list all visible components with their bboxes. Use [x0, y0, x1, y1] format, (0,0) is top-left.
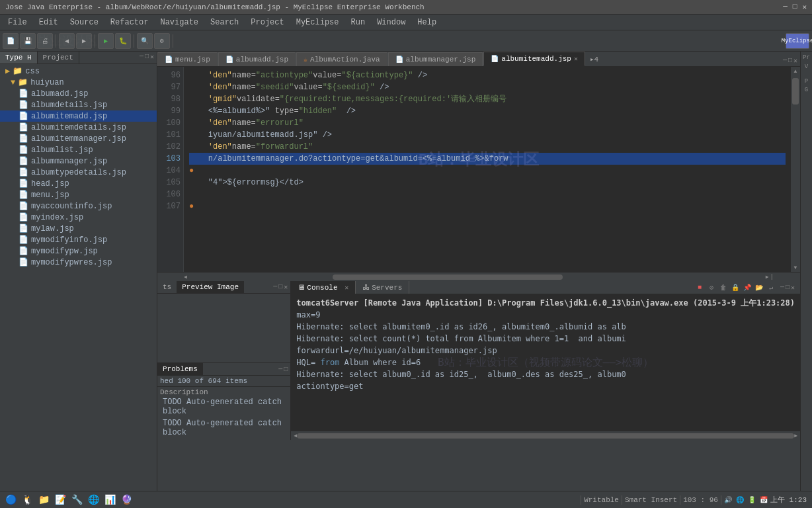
save-btn[interactable]: 💾	[20, 33, 36, 49]
tab-ts[interactable]: ts	[157, 281, 177, 293]
back-btn[interactable]: ◀	[59, 33, 75, 49]
tree-item-huiyuan[interactable]: ▼ 📁 huiyuan	[0, 77, 157, 88]
menu-window[interactable]: Window	[372, 17, 411, 28]
tab-overflow-btn[interactable]: ▸4	[586, 52, 602, 66]
tab-albumadd-jsp[interactable]: 📄albumadd.jsp	[218, 52, 296, 66]
tab-albumitemadd-jsp[interactable]: 📄albumitemadd.jsp ✕	[483, 52, 585, 66]
console-panel-max-icon[interactable]: □	[786, 284, 790, 292]
console-panel-close-icon[interactable]: ✕	[791, 284, 795, 292]
tab-albumaction-java[interactable]: ☕AlbumAction.java	[296, 52, 387, 66]
side-panel-icon-2[interactable]: V	[805, 64, 808, 70]
tree-item-menu[interactable]: 📄 menu.jsp	[0, 189, 157, 200]
panel-close-icon[interactable]: ✕	[150, 53, 154, 62]
console-h-scroll-thumb[interactable]	[297, 433, 794, 439]
console-panel-min-icon[interactable]: ─	[780, 284, 784, 292]
taskbar-icon-8[interactable]: 🔮	[121, 494, 132, 505]
tab-project[interactable]: Project	[38, 52, 79, 64]
debug-btn[interactable]: 🐛	[115, 33, 131, 49]
menu-project[interactable]: Project	[245, 17, 289, 28]
editor-tabs-bar: 📄menu.jsp 📄albumadd.jsp ☕AlbumAction.jav…	[157, 52, 800, 67]
print-btn[interactable]: 🖨	[37, 33, 53, 49]
menu-help[interactable]: Help	[412, 17, 442, 28]
tab-image-preview[interactable]: Preview Image	[177, 281, 244, 293]
console-h-scroll-right[interactable]: ▶	[794, 433, 797, 439]
menu-search[interactable]: Search	[205, 17, 244, 28]
tab-close-icon[interactable]: ✕	[574, 55, 578, 63]
scroll-down-btn[interactable]: ▼	[793, 263, 799, 272]
tree-item-myindex[interactable]: 📄 myindex.jsp	[0, 212, 157, 223]
editor-area[interactable]: B站：毕业设计区 96 97 98 99 100 101 102 103 104…	[157, 67, 800, 272]
stop-btn[interactable]: ■	[694, 282, 705, 293]
perspective-btn[interactable]: MyEclipse	[786, 33, 809, 49]
editor-panel-max-icon[interactable]: □	[788, 57, 792, 65]
bl-panel-min-icon[interactable]: ─	[273, 283, 277, 291]
tree-item-albumitemdetails[interactable]: 📄 albumitemdetails.jsp	[0, 122, 157, 133]
tab-type-hierarchy[interactable]: Type H	[0, 52, 38, 64]
tree-item-albumitemadd[interactable]: 📄 albumitemadd.jsp	[0, 110, 157, 122]
tree-item-myaccountinfo[interactable]: 📄 myaccountinfo.jsp	[0, 200, 157, 212]
menu-run[interactable]: Run	[346, 17, 371, 28]
taskbar-icon-3[interactable]: 📁	[38, 494, 50, 505]
prob-panel-min-icon[interactable]: ─	[278, 366, 282, 373]
panel-maximize-icon[interactable]: □	[145, 53, 149, 62]
h-scroll-right-btn[interactable]: ▶	[766, 274, 769, 280]
editor-panel-min-icon[interactable]: ─	[783, 57, 787, 65]
maximize-btn[interactable]: □	[793, 3, 797, 11]
tree-item-albumdetails[interactable]: 📄 albumdetails.jsp	[0, 99, 157, 110]
scroll-up-btn[interactable]: ▲	[793, 67, 799, 75]
search-btn[interactable]: 🔍	[137, 33, 153, 49]
menu-navigate[interactable]: Navigate	[155, 17, 204, 28]
editor-panel-close-icon[interactable]: ✕	[793, 57, 797, 65]
menu-refactor[interactable]: Refactor	[105, 17, 154, 28]
scroll-thumb[interactable]	[792, 78, 799, 105]
menu-bar: File Edit Source Refactor Navigate Searc…	[0, 15, 812, 30]
tree-item-albumitemmanager[interactable]: 📄 albumitemmanager.jsp	[0, 133, 157, 144]
tree-item-albummanager[interactable]: 📄 albummanager.jsp	[0, 155, 157, 167]
open-console-btn[interactable]: 📂	[754, 282, 764, 293]
minimize-btn[interactable]: ─	[783, 3, 788, 11]
tab-menu-jsp[interactable]: 📄menu.jsp	[157, 52, 218, 66]
tab-problems[interactable]: Problems	[157, 363, 203, 375]
forward-btn[interactable]: ▶	[76, 33, 92, 49]
taskbar-icon-5[interactable]: 🔧	[71, 494, 83, 505]
tree-item-mymodifypwres[interactable]: 📄 mymodifypwres.jsp	[0, 257, 157, 268]
console-tab-close-icon[interactable]: ✕	[345, 284, 348, 292]
prob-panel-max-icon[interactable]: □	[284, 366, 288, 373]
word-wrap-btn[interactable]: ↵	[766, 282, 776, 293]
bl-panel-close-icon[interactable]: ✕	[284, 283, 288, 291]
taskbar-icon-1[interactable]: 🔵	[5, 494, 17, 505]
close-btn[interactable]: ✕	[802, 3, 807, 11]
tab-console[interactable]: 🖥Console ✕	[291, 281, 356, 294]
tree-item-css[interactable]: ▶ 📁 css	[0, 65, 157, 77]
tree-item-albumlist[interactable]: 📄 albumlist.jsp	[0, 144, 157, 155]
menu-file[interactable]: File	[3, 17, 32, 28]
pin-btn[interactable]: 📌	[742, 282, 752, 293]
scroll-lock-btn[interactable]: 🔒	[730, 282, 741, 293]
tree-item-mylaw[interactable]: 📄 mylaw.jsp	[0, 223, 157, 234]
settings-btn[interactable]: ⚙	[154, 33, 170, 49]
taskbar-icon-7[interactable]: 📊	[104, 494, 116, 505]
taskbar-icon-2[interactable]: 🐧	[22, 494, 33, 505]
tree-item-mymodifypw[interactable]: 📄 mymodifypw.jsp	[0, 245, 157, 257]
bl-panel-max-icon[interactable]: □	[278, 283, 282, 291]
menu-source[interactable]: Source	[65, 17, 104, 28]
disconnect-btn[interactable]: ⊘	[706, 282, 717, 293]
panel-minimize-icon[interactable]: ─	[140, 53, 143, 62]
tree-item-mymodifyinfo[interactable]: 📄 mymodifyinfo.jsp	[0, 234, 157, 245]
taskbar-icon-6[interactable]: 🌐	[88, 494, 99, 505]
run-btn[interactable]: ▶	[98, 33, 114, 49]
taskbar-icon-4[interactable]: 📝	[55, 494, 66, 505]
code-editor[interactable]: 'den" name="actiontype" value="${actiont…	[184, 67, 791, 272]
h-scroll-left-btn[interactable]: ◀	[184, 274, 187, 280]
tab-albummanager-jsp[interactable]: 📄albummanager.jsp	[388, 52, 483, 66]
new-btn[interactable]: 📄	[3, 33, 19, 49]
h-scroll-thumb[interactable]	[333, 275, 563, 280]
side-panel-icon-1[interactable]: Pr	[803, 54, 810, 61]
menu-edit[interactable]: Edit	[34, 17, 63, 28]
tab-servers[interactable]: 🖧Servers	[356, 281, 409, 294]
clear-console-btn[interactable]: 🗑	[718, 282, 729, 293]
tree-item-head[interactable]: 📄 head.jsp	[0, 178, 157, 189]
tree-item-albumtypedetails[interactable]: 📄 albumtypedetails.jsp	[0, 167, 157, 178]
tree-item-albumadd[interactable]: 📄 albumadd.jsp	[0, 88, 157, 99]
menu-myeclipse[interactable]: MyEclipse	[291, 17, 345, 28]
